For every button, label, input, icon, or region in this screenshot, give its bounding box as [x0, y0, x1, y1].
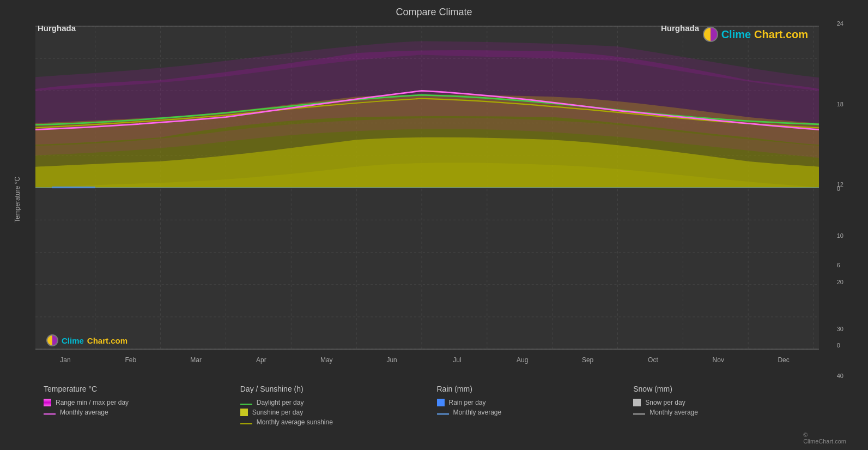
- legend-swatch-snow-avg: [633, 413, 645, 415]
- location-label-right: Hurghada: [661, 23, 699, 33]
- watermark-text-cyan: Clime: [721, 28, 751, 41]
- legend-label-rain-avg: Monthly average: [453, 409, 502, 416]
- legend-title-snow: Snow (mm): [633, 385, 830, 393]
- legend-title-rain: Rain (mm): [437, 385, 634, 393]
- legend-swatch-sunshine-avg: [240, 423, 252, 424]
- legend-rain: Rain (mm) Rain per day Monthly average: [437, 385, 634, 450]
- legend-swatch-rain-day: [437, 399, 445, 406]
- legend-item-snow-day: Snow per day: [633, 399, 830, 406]
- legend-label-temp-range: Range min / max per day: [56, 399, 129, 406]
- svg-text:Jun: Jun: [386, 356, 397, 364]
- svg-text:Aug: Aug: [517, 356, 528, 364]
- copyright-text: © ClimeChart.com: [803, 431, 846, 445]
- logo-icon-bottom: [46, 334, 58, 346]
- legend-item-sunshine-day: Sunshine per day: [240, 409, 437, 416]
- y-right-40: 40: [837, 373, 843, 379]
- svg-text:Sep: Sep: [582, 356, 593, 364]
- legend-item-snow-avg: Monthly average: [633, 409, 830, 416]
- y-right-30: 30: [837, 326, 843, 332]
- logo-icon-top: [703, 27, 718, 42]
- watermark-bottom-left: ClimeChart.com: [46, 334, 128, 346]
- legend-temperature: Temperature °C Range min / max per day M…: [44, 385, 240, 450]
- svg-text:Nov: Nov: [713, 356, 725, 364]
- y-right-0-bottom: 0: [837, 185, 840, 192]
- svg-text:Feb: Feb: [125, 356, 136, 364]
- legend-swatch-snow-day: [633, 399, 641, 406]
- watermark-bl-cyan: Clime: [62, 336, 84, 345]
- legend-item-rain-day: Rain per day: [437, 399, 634, 406]
- y-right-20: 20: [837, 279, 843, 285]
- legend-label-rain-day: Rain per day: [449, 399, 486, 406]
- svg-text:Jul: Jul: [453, 356, 461, 364]
- y-right-18: 18: [837, 101, 843, 107]
- legend-label-daylight: Daylight per day: [257, 399, 304, 406]
- legend-item-daylight: Daylight per day: [240, 399, 437, 406]
- watermark-text-yellow: Chart.com: [754, 28, 808, 41]
- legend-label-snow-avg: Monthly average: [650, 409, 698, 416]
- page-container: Compare Climate Temperature °C Hurghada …: [0, 0, 868, 450]
- svg-text:Dec: Dec: [778, 356, 789, 364]
- legend-label-sunshine-avg: Monthly average sunshine: [257, 418, 333, 426]
- watermark-top-right: ClimeChart.com: [703, 27, 808, 42]
- location-label-left: Hurghada: [38, 23, 76, 33]
- svg-text:Mar: Mar: [190, 356, 202, 364]
- svg-text:Oct: Oct: [648, 356, 658, 364]
- svg-text:Apr: Apr: [256, 356, 266, 364]
- legend-snow: Snow (mm) Snow per day Monthly average: [633, 385, 830, 450]
- page-title: Compare Climate: [0, 0, 868, 20]
- legend-swatch-temp-avg: [44, 413, 56, 415]
- legend-title-temperature: Temperature °C: [44, 385, 240, 393]
- legend-item-temp-range: Range min / max per day: [44, 399, 240, 406]
- legend-label-temp-avg: Monthly average: [60, 409, 108, 416]
- svg-text:May: May: [320, 356, 333, 364]
- legend-item-rain-avg: Monthly average: [437, 409, 634, 416]
- svg-text:Jan: Jan: [60, 356, 70, 364]
- chart-svg: 50 40 30 20 10 0 -10 -20 -30 -40 -50 Jan…: [35, 20, 819, 379]
- legend-swatch-rain-avg: [437, 413, 449, 415]
- legend-label-sunshine-day: Sunshine per day: [252, 409, 303, 416]
- legend-swatch-temp-range: [44, 399, 51, 406]
- legend-swatch-daylight: [240, 404, 252, 405]
- watermark-bl-yellow: Chart.com: [87, 336, 128, 345]
- y-right-24: 24: [837, 20, 843, 27]
- legend-swatch-sunshine-day: [240, 409, 248, 416]
- legend-label-snow-day: Snow per day: [645, 399, 685, 406]
- legend-item-temp-avg: Monthly average: [44, 409, 240, 416]
- legend-title-sunshine: Day / Sunshine (h): [240, 385, 437, 393]
- legend-sunshine: Day / Sunshine (h) Daylight per day Suns…: [240, 385, 437, 450]
- y-axis-left-label: Temperature °C: [14, 177, 22, 223]
- y-right-10: 10: [837, 232, 843, 239]
- legend-item-sunshine-avg: Monthly average sunshine: [240, 418, 437, 426]
- legend-area: Temperature °C Range min / max per day M…: [0, 379, 868, 450]
